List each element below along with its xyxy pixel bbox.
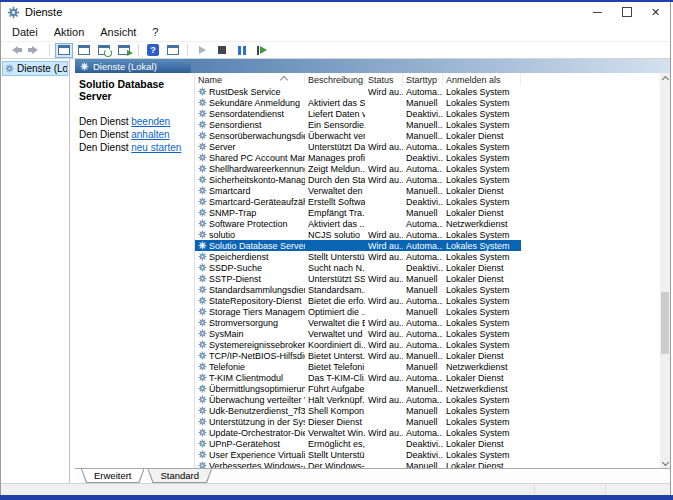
table-row[interactable]: ShellhardwareerkennungZeigt Meldun...Wir… <box>195 163 521 174</box>
table-row[interactable]: SmartcardVerwaltet den ...Manuell...Loka… <box>195 185 521 196</box>
menu-datei[interactable]: Datei <box>4 26 46 38</box>
service-status <box>365 284 403 295</box>
table-row[interactable]: Software ProtectionAktiviert das ...Auto… <box>195 218 521 229</box>
table-row[interactable]: SpeicherdienstStellt Unterstü...Wird au.… <box>195 251 521 262</box>
service-name-cell: StateRepository-Dienst <box>195 295 305 306</box>
table-row[interactable]: TelefonieBietet Telefoni...ManuellNetzwe… <box>195 361 521 372</box>
table-row[interactable]: ServerUnterstützt Da...Wird au...Automa.… <box>195 141 521 152</box>
service-name: StateRepository-Dienst <box>209 296 302 306</box>
help-icon[interactable] <box>144 43 162 58</box>
table-row[interactable]: StateRepository-DienstBietet die erfo...… <box>195 295 521 306</box>
service-startup-type: Deaktivi... <box>403 438 443 449</box>
table-row[interactable]: SystemereignissebrokerKoordiniert di...W… <box>195 339 521 350</box>
service-name: Software Protection <box>209 219 288 229</box>
table-row[interactable]: Udk-Benutzerdienst_7f3dbShell Kompon...M… <box>195 405 521 416</box>
table-row[interactable]: StromversorgungVerwaltet die E...Wird au… <box>195 317 521 328</box>
table-row[interactable]: Sicherheitskonto-ManagerDurch den Sta...… <box>195 174 521 185</box>
stop-service-link[interactable]: beenden <box>131 116 170 127</box>
service-name-cell: Speicherdienst <box>195 251 305 262</box>
service-status: Wird au... <box>365 295 403 306</box>
table-row[interactable]: Standardsammlungsdienst ...Standardsam..… <box>195 284 521 295</box>
table-row[interactable]: Solutio Database ServerWird au...Automa.… <box>195 240 521 251</box>
scroll-down-icon[interactable] <box>660 458 670 468</box>
menu-aktion[interactable]: Aktion <box>46 26 93 38</box>
taskpad-tab[interactable]: Dienste (Lokal) <box>75 59 191 73</box>
vertical-scrollbar[interactable] <box>660 73 670 468</box>
tree-item-dienste-lokal[interactable]: Dienste (Lokal) <box>2 61 68 76</box>
table-row[interactable]: Shared PC Account ManagerManages profi..… <box>195 152 521 163</box>
service-startup-type: Manuell <box>403 207 443 218</box>
table-row[interactable]: ÜbermittlungsoptimierungFührt Aufgabe...… <box>195 383 521 394</box>
tab-standard[interactable]: Standard <box>148 469 211 482</box>
table-row[interactable]: RustDesk ServiceWird au...Automa...Lokal… <box>195 86 521 97</box>
scroll-up-icon[interactable] <box>660 73 670 83</box>
service-gear-icon <box>198 362 209 371</box>
column-header-status[interactable]: Status <box>365 73 403 86</box>
service-status <box>365 185 403 196</box>
table-row[interactable]: Update-Orchestrator-DienstVerwaltet Win.… <box>195 427 521 438</box>
table-row[interactable]: SysMainVerwaltet und ...Wird au...Automa… <box>195 328 521 339</box>
show-console-tree-icon[interactable] <box>55 43 73 58</box>
table-row[interactable]: solutioNCJS solutioWird au...Automa...Lo… <box>195 229 521 240</box>
service-logon-as: Lokaler Dienst <box>443 273 521 284</box>
table-row[interactable]: UPnP-GerätehostErmöglicht es,...Deaktivi… <box>195 438 521 449</box>
service-description: Unterstützt Da... <box>305 141 365 152</box>
column-header-anmelden-als[interactable]: Anmelden als <box>443 73 521 86</box>
window-controls: ✕ <box>583 2 670 22</box>
refresh-icon[interactable] <box>95 43 113 58</box>
table-row[interactable]: Überwachung verteilter Ver...Hält Verknü… <box>195 394 521 405</box>
restart-service-link[interactable]: neu starten <box>131 142 181 153</box>
new-window-icon[interactable] <box>164 43 182 58</box>
table-row[interactable]: Smartcard-Geräteaufzählun...Erstellt Sof… <box>195 196 521 207</box>
service-name-cell: UPnP-Gerätehost <box>195 438 305 449</box>
service-description: Empfängt Tra... <box>305 207 365 218</box>
table-row[interactable]: SSDP-SucheSucht nach N...Deaktivi...Loka… <box>195 262 521 273</box>
column-header-beschreibung[interactable]: Beschreibung <box>305 73 365 86</box>
taskpad-tab-label: Dienste (Lokal) <box>93 61 157 72</box>
service-logon-as: Lokales System <box>443 416 521 427</box>
console-tree: Dienste (Lokal) <box>1 59 70 483</box>
table-row[interactable]: T-KIM ClientmodulDas T-KIM-Cli...Wird au… <box>195 372 521 383</box>
menu-hilfe[interactable]: ? <box>144 26 166 38</box>
table-row[interactable]: SNMP-TrapEmpfängt Tra...ManuellLokaler D… <box>195 207 521 218</box>
table-row[interactable]: SensordatendienstLiefert Daten v...Deakt… <box>195 108 521 119</box>
stop-service-icon[interactable] <box>213 43 231 58</box>
service-description: Manages profi... <box>305 152 365 163</box>
table-row[interactable]: SSTP-DienstUnterstützt SS...Wird au...Ma… <box>195 273 521 284</box>
start-service-icon[interactable] <box>193 43 211 58</box>
table-row[interactable]: User Experience Virtualizati...Stellt Un… <box>195 449 521 460</box>
back-icon[interactable] <box>6 43 24 58</box>
properties-window-icon[interactable] <box>75 43 93 58</box>
table-row[interactable]: Sekundäre AnmeldungAktiviert das S...Man… <box>195 97 521 108</box>
table-row[interactable]: Verbessertes Windows-Audi...Der Windows-… <box>195 460 521 468</box>
menu-ansicht[interactable]: Ansicht <box>92 26 144 38</box>
service-status: Wird au... <box>365 141 403 152</box>
service-gear-icon <box>198 296 209 305</box>
service-name-cell: Verbessertes Windows-Audi... <box>195 460 305 468</box>
column-header-starttyp[interactable]: Starttyp <box>403 73 443 86</box>
table-row[interactable]: SensordienstEin Sensordie...Manuell...Lo… <box>195 119 521 130</box>
service-name: Systemereignissebroker <box>209 340 305 350</box>
service-description <box>305 86 365 97</box>
service-status <box>365 438 403 449</box>
export-list-icon[interactable] <box>115 43 133 58</box>
forward-icon[interactable] <box>26 43 44 58</box>
service-status <box>365 130 403 141</box>
tab-erweitert[interactable]: Erweitert <box>82 469 143 482</box>
service-name-cell: Sensordienst <box>195 119 305 130</box>
service-status: Wird au... <box>365 394 403 405</box>
service-startup-type: Deaktivi... <box>403 196 443 207</box>
service-gear-icon <box>198 219 209 228</box>
table-row[interactable]: TCP/IP-NetBIOS-HilfsdienstBietet Unterst… <box>195 350 521 361</box>
pause-service-link[interactable]: anhalten <box>131 129 169 140</box>
table-row[interactable]: Storage Tiers ManagementOptimiert die ..… <box>195 306 521 317</box>
table-row[interactable]: SensorüberwachungsdienstÜberwacht ver...… <box>195 130 521 141</box>
table-row[interactable]: Unterstützung in der Syste...Dieser Dien… <box>195 416 521 427</box>
scrollbar-thumb[interactable] <box>661 292 669 354</box>
service-status: Wird au... <box>365 240 403 251</box>
maximize-button[interactable] <box>612 2 641 22</box>
restart-service-icon[interactable] <box>253 43 271 58</box>
minimize-button[interactable] <box>583 2 612 22</box>
pause-service-icon[interactable] <box>233 43 251 58</box>
close-button[interactable]: ✕ <box>641 2 670 22</box>
